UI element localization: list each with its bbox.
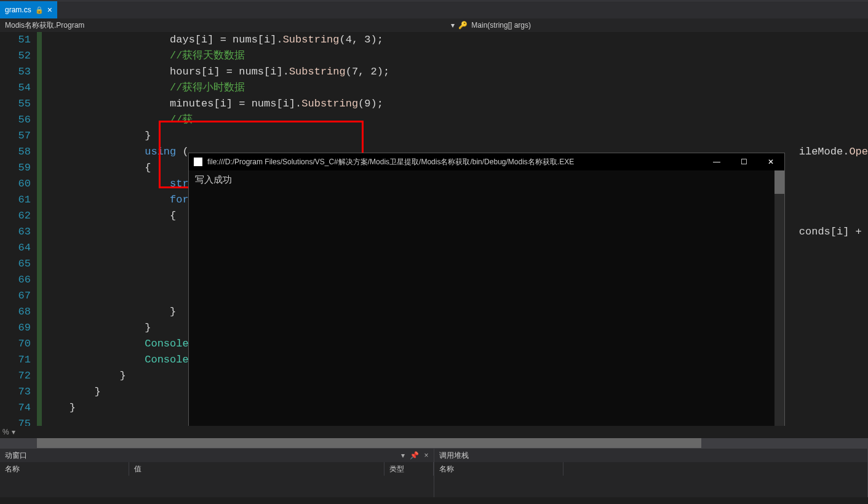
close-button[interactable]: ✕ bbox=[757, 153, 784, 170]
autos-panel-title: 动窗口 bbox=[5, 450, 27, 461]
key-icon: 🔑 bbox=[458, 21, 468, 30]
status-dropdown-icon[interactable]: ▾ bbox=[12, 428, 15, 436]
col-value[interactable]: 值 bbox=[129, 462, 384, 476]
autos-panel[interactable]: 动窗口 ▾ 📌 × 名称 值 类型 bbox=[0, 449, 434, 497]
callstack-panel-title: 调用堆栈 bbox=[439, 450, 469, 461]
code-editor[interactable]: 5152535455565758596061626364656667686970… bbox=[0, 32, 868, 426]
maximize-button[interactable]: ☐ bbox=[730, 153, 757, 170]
status-row: % ▾ bbox=[0, 426, 868, 438]
breadcrumb-dropdown-icon[interactable]: ▾ bbox=[451, 21, 455, 30]
console-title: file:///D:/Program Files/Solutions/VS_C#… bbox=[207, 157, 703, 167]
horizontal-scrollbar[interactable] bbox=[0, 438, 868, 448]
console-scrollbar-thumb[interactable] bbox=[774, 170, 784, 194]
line-number-gutter: 5152535455565758596061626364656667686970… bbox=[0, 32, 37, 426]
lock-icon: 🔒 bbox=[35, 6, 44, 14]
console-titlebar[interactable]: file:///D:/Program Files/Solutions/VS_C#… bbox=[189, 153, 784, 170]
pin-icon[interactable]: 📌 bbox=[410, 451, 419, 460]
console-app-icon bbox=[194, 158, 202, 166]
tab-bar: gram.cs 🔒 × bbox=[0, 1, 868, 18]
change-margin bbox=[37, 32, 42, 426]
callstack-panel[interactable]: 调用堆栈 名称 bbox=[434, 449, 869, 497]
autos-columns: 名称 值 类型 bbox=[0, 462, 434, 476]
panel-dropdown-icon[interactable]: ▾ bbox=[401, 451, 405, 460]
breadcrumb-namespace[interactable]: Modis名称获取.Program bbox=[5, 20, 84, 31]
console-output-area[interactable]: 写入成功 bbox=[189, 170, 784, 426]
file-tab-active[interactable]: gram.cs 🔒 × bbox=[0, 1, 57, 18]
callstack-columns: 名称 bbox=[434, 462, 868, 476]
tab-filename: gram.cs bbox=[5, 6, 31, 14]
horizontal-scrollbar-thumb[interactable] bbox=[37, 438, 701, 448]
status-left: % bbox=[2, 428, 9, 436]
console-scrollbar[interactable] bbox=[774, 170, 784, 426]
breadcrumb-method[interactable]: Main(string[] args) bbox=[471, 21, 531, 30]
console-window[interactable]: file:///D:/Program Files/Solutions/VS_C#… bbox=[188, 153, 785, 426]
bottom-panels: 动窗口 ▾ 📌 × 名称 值 类型 调用堆栈 名称 bbox=[0, 448, 868, 497]
col-name[interactable]: 名称 bbox=[0, 462, 129, 476]
col-type[interactable]: 类型 bbox=[384, 462, 434, 476]
close-icon[interactable]: × bbox=[47, 5, 52, 15]
breadcrumb: Modis名称获取.Program ▾ 🔑 Main(string[] args… bbox=[0, 18, 868, 32]
panel-close-icon[interactable]: × bbox=[424, 451, 428, 460]
minimize-button[interactable]: — bbox=[703, 153, 730, 170]
col-name[interactable]: 名称 bbox=[434, 462, 563, 476]
console-output-line: 写入成功 bbox=[195, 174, 232, 185]
